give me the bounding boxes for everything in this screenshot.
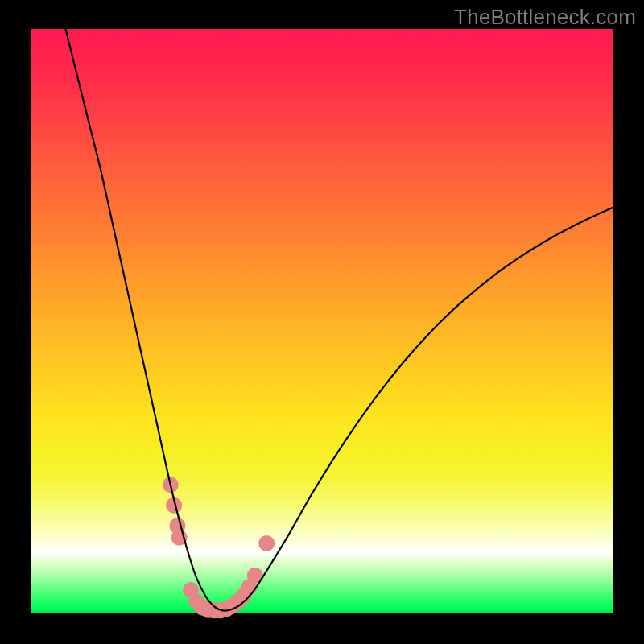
chart-markers <box>163 477 275 618</box>
chart-frame: TheBottleneck.com <box>0 0 644 644</box>
bottleneck-curve <box>65 29 613 611</box>
chart-marker <box>258 535 275 551</box>
watermark-text: TheBottleneck.com <box>454 5 636 30</box>
chart-plot-area <box>31 29 613 613</box>
chart-svg <box>31 29 613 613</box>
